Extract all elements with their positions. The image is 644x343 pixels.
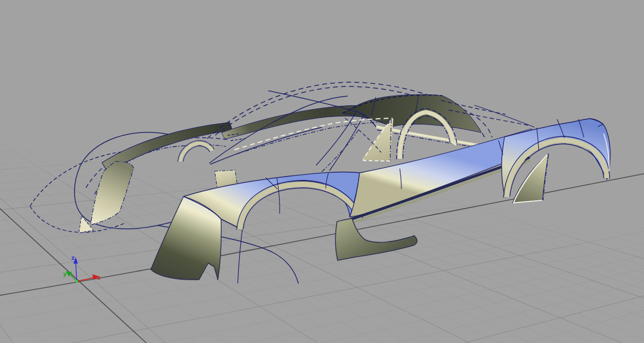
axis-x-label: x [97,274,101,281]
axis-z-label: z [71,254,75,261]
axis-y-label: y [63,271,67,278]
origin-point[interactable] [76,280,78,283]
perspective-view-canvas[interactable]: xyz [0,0,644,343]
cad-3d-viewport[interactable]: xyz [0,0,644,343]
